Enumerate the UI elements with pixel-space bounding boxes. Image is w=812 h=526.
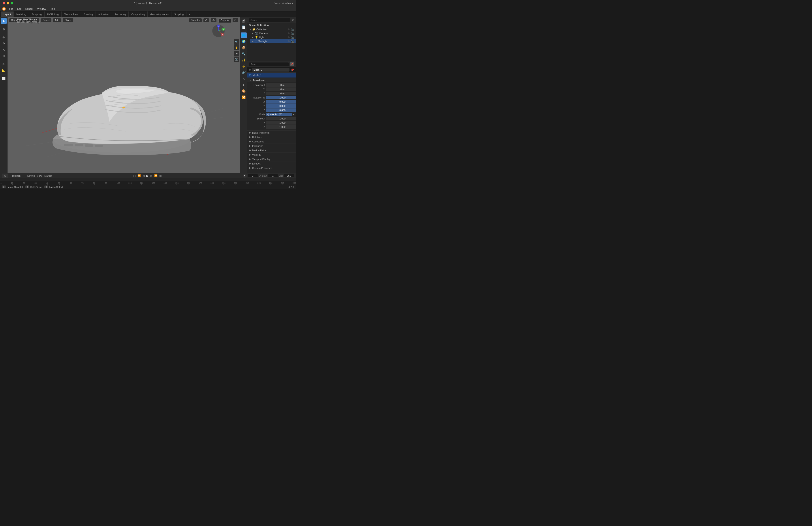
timeline-view-label[interactable]: View xyxy=(37,174,42,177)
prop-object-button[interactable]: 📦 xyxy=(241,45,247,51)
jump-end-button[interactable]: ⏭ xyxy=(159,174,162,177)
location-y-input[interactable] xyxy=(266,87,296,91)
global-transform-button[interactable]: Global ▾ xyxy=(189,18,202,22)
viewport-overlay-button[interactable]: ⊙ xyxy=(203,18,209,22)
camera-button[interactable]: 📷 xyxy=(234,57,239,62)
cursor-tool-button[interactable]: ⊕ xyxy=(1,26,6,32)
viewport-display-section[interactable]: ▶ Viewport Display xyxy=(247,157,296,161)
jump-next-keyframe-button[interactable]: ⏩ xyxy=(154,174,158,177)
prop-particles-button[interactable]: ✨ xyxy=(241,57,247,63)
mesh-render-icon[interactable]: 📷 xyxy=(291,40,294,43)
menu-render[interactable]: Render xyxy=(24,7,35,11)
annotate-tool-button[interactable]: ✏ xyxy=(1,61,6,67)
visibility-section[interactable]: ▶ Visibility xyxy=(247,153,296,157)
tab-geometry-nodes[interactable]: Geometry Nodes xyxy=(148,12,172,17)
minimize-button[interactable] xyxy=(6,2,9,4)
step-forward-button[interactable]: ▶ xyxy=(150,174,153,177)
add-workspace-button[interactable]: + xyxy=(186,12,192,17)
timeline-icon[interactable]: ⏱ xyxy=(2,173,9,178)
motion-paths-section[interactable]: ▶ Motion Paths xyxy=(247,148,296,153)
relations-section[interactable]: ▶ Relations xyxy=(247,135,296,139)
rotation-x-input[interactable] xyxy=(266,100,296,103)
prop-modifier-button[interactable]: 🔧 xyxy=(241,51,247,57)
playback-label[interactable]: Playback xyxy=(11,174,20,177)
collection-camera-icon[interactable]: 📷 xyxy=(291,28,294,31)
transform-tool-button[interactable]: ⊞ xyxy=(1,53,6,59)
rotation-mode-dropdown[interactable]: Quaternion (W... xyxy=(266,113,292,116)
menu-window[interactable]: Window xyxy=(35,7,48,11)
pan-button[interactable]: ✋ xyxy=(234,45,239,51)
scale-y-input[interactable] xyxy=(266,121,296,125)
delta-transform-section[interactable]: ▶ Delta Transform xyxy=(247,130,296,135)
blender-logo[interactable]: B xyxy=(2,6,6,11)
viewport-select-button[interactable]: Select xyxy=(41,18,52,22)
tab-texture-paint[interactable]: Texture Paint xyxy=(61,12,81,17)
menu-edit[interactable]: Edit xyxy=(15,7,23,11)
properties-pin-button[interactable]: 📌 xyxy=(290,62,294,66)
step-back-button[interactable]: ◀ xyxy=(142,174,145,177)
prop-scene-settings-button[interactable]: 🌐 xyxy=(241,32,247,38)
prop-world-button[interactable]: 🌍 xyxy=(241,39,247,44)
add-cube-button[interactable]: ⬜ xyxy=(1,75,6,81)
location-x-input[interactable] xyxy=(266,83,296,87)
properties-search-input[interactable] xyxy=(249,62,289,66)
start-frame-input[interactable] xyxy=(268,174,278,177)
rotation-z-input[interactable] xyxy=(266,109,296,112)
keying-label[interactable]: Keying xyxy=(27,174,35,177)
scale-x-input[interactable] xyxy=(266,117,296,120)
prop-shaderfx-button[interactable]: 🎨 xyxy=(241,88,247,94)
outliner-item-light[interactable]: ▶ 💡 Light 👁 📷 xyxy=(250,35,296,39)
rotation-y-input[interactable] xyxy=(266,104,296,108)
menu-help[interactable]: Help xyxy=(48,7,57,11)
tab-compositing[interactable]: Compositing xyxy=(129,12,148,17)
collection-eye-icon[interactable]: 👁 xyxy=(288,28,290,31)
viewport-shading-button[interactable]: ◑ xyxy=(211,18,216,22)
tab-uv-editing[interactable]: UV Editing xyxy=(45,12,61,17)
end-frame-input[interactable] xyxy=(284,174,294,177)
light-render-icon[interactable]: 📷 xyxy=(291,36,294,39)
instancing-section[interactable]: ▶ Instancing xyxy=(247,144,296,148)
mesh-eye-icon[interactable]: 👁 xyxy=(288,40,290,43)
prop-data-button[interactable]: △ xyxy=(241,76,247,82)
light-eye-icon[interactable]: 👁 xyxy=(288,36,290,39)
prop-material-button[interactable]: ● xyxy=(241,82,247,88)
object-pin-icon[interactable]: 📌 xyxy=(291,69,294,71)
outliner-item-camera[interactable]: ▶ 📷 Camera 👁 📷 xyxy=(250,31,296,35)
options-button[interactable]: Options xyxy=(218,18,231,23)
viewport-object-button[interactable]: Object xyxy=(63,18,73,22)
line-art-section[interactable]: ▶ Line Art xyxy=(247,161,296,166)
outliner-item-collection[interactable]: ▼ 📁 Collection 👁 📷 xyxy=(247,27,296,31)
tab-scripting[interactable]: Scripting xyxy=(172,12,186,17)
measure-tool-button[interactable]: 📐 xyxy=(1,67,6,73)
tab-shading[interactable]: Shading xyxy=(81,12,96,17)
jump-start-button[interactable]: ⏮ xyxy=(133,174,136,177)
object-name-input[interactable] xyxy=(252,68,290,72)
viewport-gizmo[interactable]: Z Y X xyxy=(212,24,227,39)
viewport-wire-button[interactable]: ⬡ xyxy=(233,18,238,22)
outliner-search-input[interactable] xyxy=(249,18,290,22)
tab-animation[interactable]: Animation xyxy=(96,12,112,17)
rotation-w-input[interactable] xyxy=(266,96,296,99)
maximize-button[interactable] xyxy=(11,2,13,4)
location-z-input[interactable] xyxy=(266,91,296,95)
tab-layout[interactable]: Layout xyxy=(1,12,14,17)
tab-sculpting[interactable]: Sculpting xyxy=(29,12,45,17)
transform-section-header[interactable]: ▼ Transform xyxy=(247,78,296,82)
prop-obj-constraint-button[interactable]: 🔀 xyxy=(241,94,247,100)
collections-section[interactable]: ▶ Collections xyxy=(247,139,296,144)
prop-physics-button[interactable]: ⚡ xyxy=(241,63,247,69)
camera-render-icon[interactable]: 📷 xyxy=(291,32,294,35)
viewport[interactable]: Object Mode ▾ View Select Add Object Glo… xyxy=(8,17,240,173)
zoom-button[interactable]: ⊕ xyxy=(234,51,239,56)
outliner-item-mesh[interactable]: ▶ ◻ Mesh_0 👁 📷 xyxy=(250,39,296,43)
tab-rendering[interactable]: Rendering xyxy=(112,12,129,17)
rotation-mode-keyframe-dot[interactable]: • xyxy=(293,113,294,116)
marker-label[interactable]: Marker xyxy=(44,174,52,177)
custom-properties-section[interactable]: ▶ Custom Properties xyxy=(247,166,296,170)
outliner-filter-icon[interactable]: ⚙ xyxy=(292,18,294,22)
current-frame-input[interactable] xyxy=(248,174,258,177)
select-tool-button[interactable] xyxy=(1,18,6,24)
tab-modeling[interactable]: Modeling xyxy=(14,12,29,17)
prop-renderlayer-button[interactable]: 📄 xyxy=(241,24,247,30)
prop-scene-button[interactable]: 🎬 xyxy=(241,18,247,24)
